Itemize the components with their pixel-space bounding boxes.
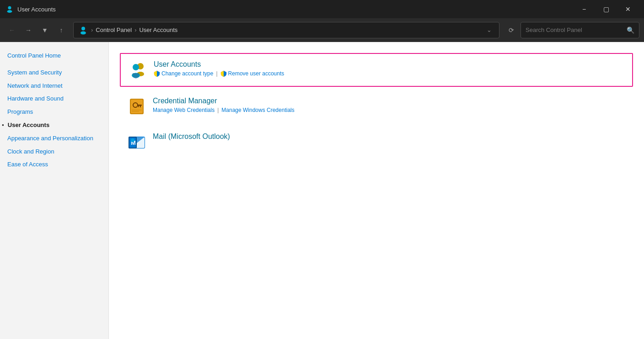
credential-manager-info: Credential Manager Manage Web Credential… — [153, 97, 295, 113]
close-button[interactable]: ✕ — [617, 2, 639, 16]
mail-outlook-info: Mail (Microsoft Outlook) — [153, 132, 230, 141]
svg-rect-15 — [132, 111, 139, 112]
search-input[interactable] — [526, 26, 624, 33]
mail-outlook-icon: M — [127, 132, 146, 152]
panel-mail-outlook: M Mail (Microsoft Outlook) — [120, 126, 633, 158]
user-accounts-links: Change account type | Remove user accoun… — [154, 70, 284, 77]
svg-rect-13 — [138, 106, 139, 107]
address-sep2: › — [134, 26, 136, 33]
manage-windows-credentials-link[interactable]: Manage Windows Credentials — [221, 107, 294, 113]
svg-rect-12 — [140, 106, 141, 107]
svg-rect-11 — [137, 105, 142, 106]
user-accounts-title[interactable]: User Accounts — [154, 60, 284, 69]
sidebar-item-appearance[interactable]: Appearance and Personalization — [0, 132, 108, 145]
search-icon: 🔍 — [627, 26, 634, 34]
sidebar-item-home[interactable]: Control Panel Home — [0, 49, 108, 63]
window-controls: − ▢ ✕ — [574, 2, 639, 16]
svg-rect-14 — [132, 110, 142, 111]
sidebar-item-user-accounts: User Accounts — [0, 119, 108, 132]
svg-point-2 — [81, 26, 85, 30]
sidebar-item-programs[interactable]: Programs — [0, 106, 108, 119]
mail-outlook-title[interactable]: Mail (Microsoft Outlook) — [153, 132, 230, 141]
sidebar-item-system-security[interactable]: System and Security — [0, 66, 108, 79]
sidebar-item-network-internet[interactable]: Network and Internet — [0, 79, 108, 93]
address-sep1: › — [91, 26, 93, 33]
forward-button[interactable]: → — [21, 23, 36, 37]
panel-user-accounts: User Accounts Change account type | — [120, 53, 633, 87]
main-area: Control Panel Home System and Security N… — [0, 42, 644, 339]
user-accounts-icon — [128, 60, 147, 79]
window-title: User Accounts — [17, 6, 56, 13]
svg-point-0 — [8, 6, 11, 10]
shield-icon-1 — [154, 70, 160, 77]
change-account-type-link[interactable]: Change account type — [154, 70, 213, 77]
address-icon — [78, 25, 88, 35]
svg-point-1 — [7, 10, 12, 13]
content-area: User Accounts Change account type | — [109, 42, 644, 339]
manage-web-credentials-link[interactable]: Manage Web Credentials — [153, 107, 215, 113]
panel-credential-manager: Credential Manager Manage Web Credential… — [120, 90, 633, 122]
recent-button[interactable]: ▼ — [38, 23, 52, 37]
minimize-button[interactable]: − — [574, 2, 595, 16]
address-control-panel[interactable]: Control Panel — [96, 26, 132, 33]
maximize-button[interactable]: ▢ — [596, 2, 617, 16]
svg-point-6 — [133, 64, 139, 70]
remove-user-accounts-link[interactable]: Remove user accounts — [220, 70, 284, 77]
address-dropdown-button[interactable]: ⌄ — [483, 25, 494, 36]
credential-manager-title[interactable]: Credential Manager — [153, 97, 295, 105]
search-bar: 🔍 — [521, 22, 639, 38]
user-accounts-info: User Accounts Change account type | — [154, 60, 284, 77]
window-icon — [5, 5, 14, 13]
address-user-accounts[interactable]: User Accounts — [139, 26, 177, 33]
svg-point-3 — [80, 31, 86, 34]
svg-point-22 — [131, 138, 134, 142]
shield-icon-2 — [220, 70, 227, 77]
title-bar: User Accounts − ▢ ✕ — [0, 0, 644, 18]
refresh-button[interactable]: ⟳ — [504, 23, 519, 37]
link-separator-1: | — [216, 70, 217, 77]
link-separator-2: | — [217, 107, 219, 113]
sidebar-item-clock-region[interactable]: Clock and Region — [0, 145, 108, 159]
sidebar-item-ease-access[interactable]: Ease of Access — [0, 158, 108, 171]
sidebar-item-hardware-sound[interactable]: Hardware and Sound — [0, 92, 108, 106]
credential-manager-icon — [127, 97, 146, 116]
address-bar: › Control Panel › User Accounts ⌄ — [73, 22, 499, 38]
up-button[interactable]: ↑ — [54, 23, 69, 37]
credential-manager-links: Manage Web Credentials | Manage Windows … — [153, 107, 295, 113]
back-button[interactable]: ← — [5, 23, 19, 37]
sidebar: Control Panel Home System and Security N… — [0, 42, 109, 339]
navigation-bar: ← → ▼ ↑ › Control Panel › User Accounts … — [0, 18, 644, 42]
